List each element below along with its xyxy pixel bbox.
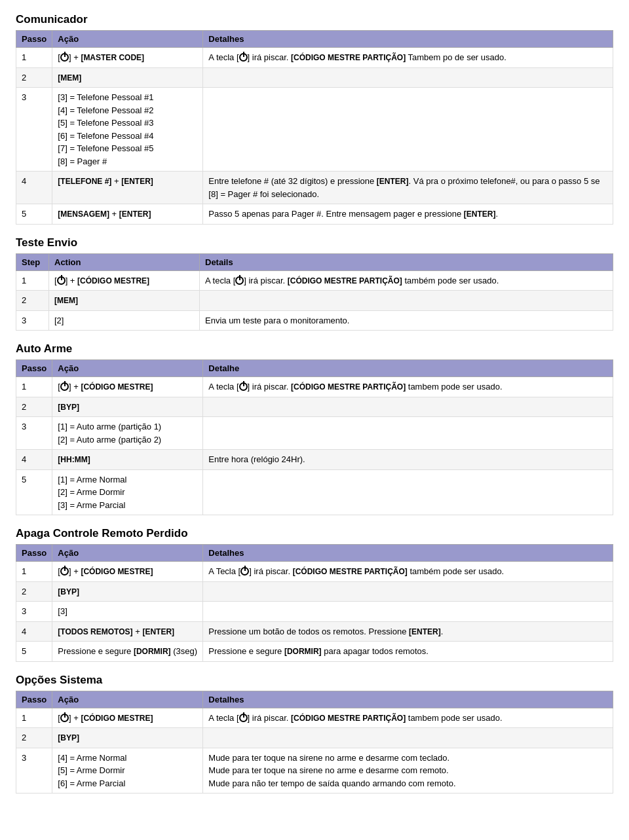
cell-details [203,602,613,622]
table-apaga-controle: PassoAçãoDetalhes1[] + [CÓDIGO MESTRE]A … [16,544,613,662]
table-auto-arme: PassoAçãoDetalhe1[] + [CÓDIGO MESTRE]A t… [16,359,613,515]
table-row: 3[2]Envia um teste para o monitoramento. [16,310,613,331]
table-row: 5[MENSAGEM] + [ENTER]Passo 5 apenas para… [16,204,613,225]
cell-details [203,67,613,88]
col-header-action: Ação [52,360,203,377]
col-header-details: Detalhes [203,31,613,48]
cell-step: 3 [16,310,49,331]
cell-step: 5 [16,204,52,225]
table-row: 4[TELEFONE #] + [ENTER]Entre telefone # … [16,172,613,204]
cell-action: [MEM] [49,291,200,311]
col-header-details: Detalhe [203,360,613,377]
table-row: 2[MEM] [16,67,613,88]
cell-action: [1] = Arme Normal[2] = Arme Dormir[3] = … [52,469,203,515]
cell-details: A Tecla [] irá piscar. [CÓDIGO MESTRE PA… [203,562,613,582]
cell-step: 3 [16,417,52,450]
cell-details [203,397,613,417]
cell-step: 4 [16,621,52,642]
cell-action: [] + [CÓDIGO MESTRE] [52,377,203,397]
cell-action: [TELEFONE #] + [ENTER] [52,172,203,204]
table-row: 2[BYP] [16,397,613,417]
cell-action: [2] [49,310,200,331]
table-opcoes-sistema: PassoAçãoDetalhes1[] + [CÓDIGO MESTRE]A … [16,691,613,794]
table-row: 2[MEM] [16,291,613,311]
cell-details [203,728,613,748]
section-auto-arme: Auto ArmePassoAçãoDetalhe1[] + [CÓDIGO M… [16,342,613,515]
cell-action: [BYP] [52,728,203,748]
section-title: Auto Arme [16,342,613,356]
table-row: 3[3] [16,602,613,622]
col-header-action: Action [49,253,200,270]
section-title: Opções Sistema [16,674,613,687]
cell-step: 3 [16,602,52,622]
cell-step: 1 [16,377,52,397]
table-teste-envio: StepActionDetails1[] + [CÓDIGO MESTRE]A … [16,253,613,331]
section-title: Teste Envio [16,236,613,249]
cell-step: 4 [16,172,52,204]
cell-step: 2 [16,397,52,417]
section-apaga-controle: Apaga Controle Remoto PerdidoPassoAçãoDe… [16,527,613,662]
cell-action: [MENSAGEM] + [ENTER] [52,204,203,225]
col-header-details: Details [200,253,613,270]
cell-details: Envia um teste para o monitoramento. [200,310,613,331]
col-header-step: Passo [16,691,52,708]
table-row: 1[] + [CÓDIGO MESTRE]A tecla [] irá pisc… [16,377,613,397]
cell-action: [3] [52,602,203,622]
cell-step: 4 [16,450,52,470]
table-row: 3[4] = Arme Normal[5] = Arme Dormir[6] =… [16,748,613,794]
cell-step: 1 [16,708,52,728]
table-row: 5Pressione e segure [DORMIR] (3seg)Press… [16,642,613,662]
cell-details: Entre telefone # (até 32 dígitos) e pres… [203,172,613,204]
cell-action: [] + [MASTER CODE] [52,48,203,68]
cell-step: 1 [16,48,52,68]
table-row: 1[] + [CÓDIGO MESTRE]A tecla [] irá pisc… [16,708,613,728]
cell-details: A tecla [] irá piscar. [CÓDIGO MESTRE PA… [203,377,613,397]
cell-details [203,469,613,515]
table-row: 4[TODOS REMOTOS] + [ENTER]Pressione um b… [16,621,613,642]
cell-action: [3] = Telefone Pessoal #1[4] = Telefone … [52,88,203,172]
cell-details [203,88,613,172]
cell-step: 5 [16,642,52,662]
cell-step: 2 [16,728,52,748]
cell-details: A tecla [] irá piscar. [CÓDIGO MESTRE PA… [203,48,613,68]
cell-action: [4] = Arme Normal[5] = Arme Dormir[6] = … [52,748,203,794]
cell-details: Pressione um botão de todos os remotos. … [203,621,613,642]
cell-action: Pressione e segure [DORMIR] (3seg) [52,642,203,662]
cell-step: 3 [16,88,52,172]
col-header-action: Ação [52,691,203,708]
cell-details: Mude para ter toque na sirene no arme e … [203,748,613,794]
col-header-action: Ação [52,545,203,562]
table-row: 2[BYP] [16,581,613,602]
cell-action: [MEM] [52,67,203,88]
table-row: 4[HH:MM]Entre hora (relógio 24Hr). [16,450,613,470]
cell-step: 1 [16,562,52,582]
col-header-step: Step [16,253,49,270]
cell-details [203,581,613,602]
cell-action: [1] = Auto arme (partição 1)[2] = Auto a… [52,417,203,450]
table-row: 2[BYP] [16,728,613,748]
cell-action: [BYP] [52,581,203,602]
cell-details: A tecla [] irá piscar. [CÓDIGO MESTRE PA… [200,270,613,291]
col-header-action: Ação [52,31,203,48]
cell-details: Entre hora (relógio 24Hr). [203,450,613,470]
cell-details: Passo 5 apenas para Pager #. Entre mensa… [203,204,613,225]
section-title: Apaga Controle Remoto Perdido [16,527,613,540]
section-teste-envio: Teste EnvioStepActionDetails1[] + [CÓDIG… [16,236,613,331]
table-row: 1[] + [CÓDIGO MESTRE]A tecla [] irá pisc… [16,270,613,291]
col-header-step: Passo [16,545,52,562]
cell-step: 3 [16,748,52,794]
cell-action: [HH:MM] [52,450,203,470]
col-header-details: Detalhes [203,545,613,562]
cell-action: [TODOS REMOTOS] + [ENTER] [52,621,203,642]
cell-step: 2 [16,291,49,311]
col-header-details: Detalhes [203,691,613,708]
cell-details: Pressione e segure [DORMIR] para apagar … [203,642,613,662]
cell-details: A tecla [] irá piscar. [CÓDIGO MESTRE PA… [203,708,613,728]
cell-details [200,291,613,311]
cell-details [203,417,613,450]
col-header-step: Passo [16,31,52,48]
table-row: 1[] + [CÓDIGO MESTRE]A Tecla [] irá pisc… [16,562,613,582]
cell-action: [BYP] [52,397,203,417]
col-header-step: Passo [16,360,52,377]
table-comunicador: PassoAçãoDetalhes1[] + [MASTER CODE]A te… [16,30,613,225]
